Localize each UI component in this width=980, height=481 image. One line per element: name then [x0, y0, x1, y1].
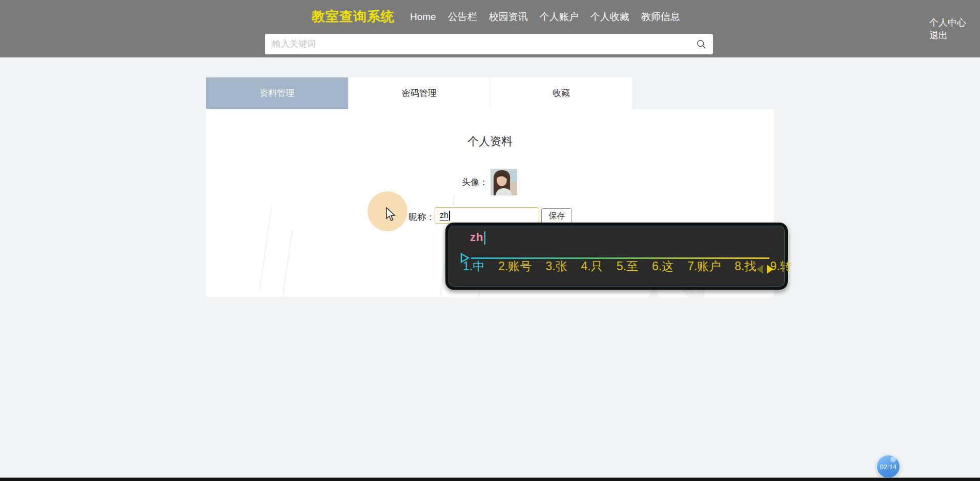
ime-paging [757, 265, 773, 274]
nav-personal-account[interactable]: 个人账户 [540, 10, 579, 24]
nav-teacher-info[interactable]: 教师信息 [641, 10, 680, 24]
page-right-icon[interactable] [767, 265, 773, 274]
mouse-cursor-icon [385, 207, 398, 223]
ime-candidate-2[interactable]: 2.账号 [498, 258, 532, 274]
logout-link[interactable]: 退出 [929, 29, 966, 42]
save-button[interactable]: 保存 [541, 208, 572, 224]
main-nav: Home 公告栏 校园资讯 个人账户 个人收藏 教师信息 [410, 10, 680, 24]
user-center-link[interactable]: 个人中心 [929, 16, 966, 29]
ime-candidate-8[interactable]: 8.找 [734, 258, 756, 274]
ime-candidate-4[interactable]: 4.只 [581, 258, 603, 274]
recording-timer-badge[interactable]: 02:14 [876, 454, 901, 479]
recording-time: 02:14 [880, 463, 897, 471]
ime-candidate-list: 1.中 2.账号 3.张 4.只 5.至 6.这 7.账户 8.找 9.转 [463, 258, 750, 274]
search-bar [265, 34, 713, 54]
nickname-label: 昵称： [409, 211, 435, 223]
ime-panel: zh 1.中 2.账号 3.张 4.只 5.至 6.这 7.账户 8.找 9.转 [445, 223, 788, 290]
ime-candidate-7[interactable]: 7.账户 [687, 258, 721, 274]
nickname-composition-text: zh [440, 210, 448, 221]
avatar-image [491, 169, 517, 195]
nav-home[interactable]: Home [410, 10, 436, 24]
search-icon[interactable] [696, 38, 707, 50]
nav-campus-news[interactable]: 校园资讯 [489, 10, 528, 24]
screen: 教室查询系统 Home 公告栏 校园资讯 个人账户 个人收藏 教师信息 个人中心… [0, 0, 980, 481]
ime-candidate-1[interactable]: 1.中 [463, 258, 484, 274]
page-title: 个人资料 [206, 134, 774, 149]
app-logo: 教室查询系统 [312, 8, 395, 26]
ime-candidate-6[interactable]: 6.这 [652, 258, 673, 274]
text-caret [449, 211, 450, 221]
tab-password-management[interactable]: 密码管理 [348, 77, 490, 109]
avatar [491, 169, 517, 195]
user-menu: 个人中心 退出 [929, 16, 966, 42]
avatar-label: 头像： [462, 176, 488, 188]
ime-candidate-3[interactable]: 3.张 [545, 258, 567, 274]
watermark-line [282, 230, 293, 296]
nav-personal-favorites[interactable]: 个人收藏 [590, 10, 629, 24]
search-input[interactable] [272, 39, 696, 49]
tab-favorites[interactable]: 收藏 [490, 77, 632, 109]
ime-composition-text: zh [470, 231, 483, 244]
ime-composition: zh [470, 231, 485, 245]
ime-caret [484, 231, 485, 245]
nav-bulletin[interactable]: 公告栏 [448, 10, 477, 24]
tab-profile-management[interactable]: 资料管理 [206, 77, 348, 109]
page-left-icon[interactable] [757, 265, 763, 274]
bottom-edge-bar [0, 477, 980, 481]
header: 教室查询系统 Home 公告栏 校园资讯 个人账户 个人收藏 教师信息 个人中心… [0, 0, 980, 57]
watermark-line [259, 207, 272, 291]
tab-bar: 资料管理 密码管理 收藏 [206, 77, 632, 109]
nickname-input[interactable]: zh [435, 207, 539, 224]
ime-candidate-5[interactable]: 5.至 [617, 258, 638, 274]
